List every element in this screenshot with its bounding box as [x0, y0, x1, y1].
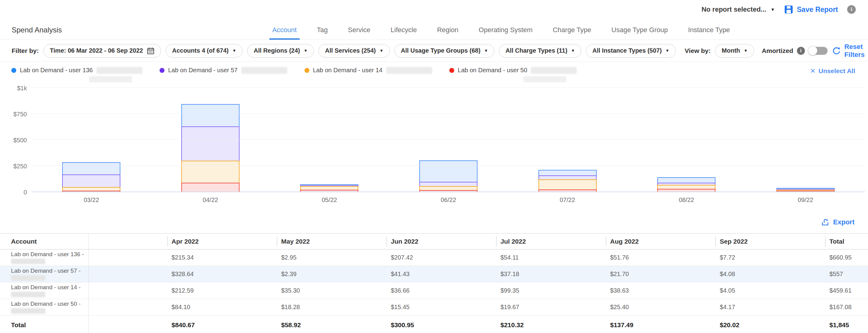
chart-segment-lab-on-demand-user-57[interactable]: [181, 126, 240, 161]
account-cell: Lab on Demand - user 14 -: [0, 282, 89, 299]
legend-dot: [305, 68, 309, 73]
unselect-all-button[interactable]: ✕ Unselect All: [810, 67, 855, 75]
gridline: [32, 165, 865, 166]
top-bar: No report selected... ▼ Save Report i: [0, 0, 868, 19]
caret-down-icon: ▼: [304, 49, 308, 53]
redacted-text: [531, 67, 577, 74]
table-row-lab-on-demand-user-136: Lab on Demand - user 136 -$215.34$2.95$2…: [0, 249, 868, 266]
value-cell: $660.95: [825, 249, 868, 266]
tab-operating-system[interactable]: Operating System: [479, 26, 533, 39]
total-value-cell: $1,845: [825, 315, 868, 333]
filter-pill-all-regions-24[interactable]: All Regions (24)▼: [247, 44, 314, 58]
chart-segment-lab-on-demand-user-50[interactable]: [181, 183, 240, 192]
tab-tag[interactable]: Tag: [317, 26, 328, 39]
legend-item-lab-on-demand-user-57[interactable]: Lab on Demand - user 57: [160, 67, 287, 74]
chart-segment-lab-on-demand-user-50[interactable]: [300, 190, 358, 192]
save-report-button[interactable]: Save Report: [784, 5, 838, 14]
chart-segment-lab-on-demand-user-14[interactable]: [419, 186, 477, 190]
chart-segment-lab-on-demand-user-136[interactable]: [657, 177, 715, 183]
reset-filters-label: Reset Filters: [844, 43, 865, 59]
title-tabs-row: Spend Analysis AccountTagServiceLifecycl…: [0, 19, 868, 40]
account-name: Lab on Demand - user 14 -: [11, 284, 86, 291]
chart-segment-lab-on-demand-user-14[interactable]: [538, 179, 597, 190]
value-cell: $215.34: [167, 249, 277, 266]
chart-bar-04-22[interactable]: [151, 88, 270, 192]
chart-segment-lab-on-demand-user-50[interactable]: [657, 189, 715, 192]
filter-pill-label: All Regions (24): [254, 47, 300, 54]
caret-down-icon: ▼: [571, 49, 575, 53]
filter-pill-all-instance-types-507[interactable]: All Instance Types (507)▼: [586, 44, 676, 58]
tab-usage-type-group[interactable]: Usage Type Group: [611, 26, 668, 39]
table-row-lab-on-demand-user-57: Lab on Demand - user 57 -$328.64$2.39$41…: [0, 266, 868, 282]
time-filter-pill[interactable]: Time: 06 Mar 2022 - 06 Sep 2022: [43, 44, 161, 58]
legend-item-lab-on-demand-user-136[interactable]: Lab on Demand - user 136: [11, 67, 143, 74]
chart-bar-stack: [300, 184, 358, 192]
filter-pill-all-usage-type-groups-68[interactable]: All Usage Type Groups (68)▼: [395, 44, 495, 58]
chart-bar-08-22[interactable]: [627, 88, 746, 192]
view-by-value: Month: [722, 47, 740, 54]
value-cell: $15.45: [386, 299, 496, 315]
chart-bar-06-22[interactable]: [389, 88, 508, 192]
chart-plot: [32, 88, 865, 192]
view-by-pill[interactable]: Month ▼: [715, 44, 754, 58]
chart-segment-lab-on-demand-user-14[interactable]: [300, 186, 358, 190]
caret-down-icon: ▼: [379, 49, 383, 53]
unselect-all-label: Unselect All: [819, 67, 855, 75]
filter-pill-all-services-254[interactable]: All Services (254)▼: [318, 44, 390, 58]
info-icon[interactable]: i: [797, 47, 805, 55]
chart-segment-lab-on-demand-user-57[interactable]: [62, 174, 120, 187]
tab-service[interactable]: Service: [348, 26, 370, 39]
table-row-lab-on-demand-user-50: Lab on Demand - user 50 -$84.10$18.28$15…: [0, 299, 868, 315]
tab-lifecycle[interactable]: Lifecycle: [391, 26, 417, 39]
chart-bar-09-22[interactable]: [746, 88, 865, 192]
x-axis-label: 09/22: [746, 197, 865, 203]
close-icon: ✕: [810, 67, 816, 75]
value-cell: $37.18: [496, 266, 606, 282]
chart-bar-07-22[interactable]: [508, 88, 627, 192]
chart-segment-lab-on-demand-user-50[interactable]: [538, 190, 597, 192]
chart-bar-03-22[interactable]: [32, 88, 151, 192]
tab-charge-type[interactable]: Charge Type: [553, 26, 591, 39]
chart-segment-lab-on-demand-user-57[interactable]: [419, 182, 477, 186]
value-cell: $328.64: [167, 266, 277, 282]
tab-instance-type[interactable]: Instance Type: [688, 26, 730, 39]
value-cell: $207.42: [386, 249, 496, 266]
legend-label: Lab on Demand - user 57: [168, 67, 238, 74]
chart-segment-lab-on-demand-user-57[interactable]: [538, 175, 597, 179]
chart-segment-lab-on-demand-user-14[interactable]: [62, 187, 120, 191]
legend-item-lab-on-demand-user-50[interactable]: Lab on Demand - user 50: [449, 67, 577, 74]
toggle-knob: [808, 46, 817, 56]
chart-segment-lab-on-demand-user-57[interactable]: [657, 183, 715, 185]
info-icon[interactable]: i: [847, 5, 856, 14]
filter-pill-accounts-4-of-674[interactable]: Accounts 4 (of 674)▼: [166, 44, 243, 58]
value-cell: $7.72: [715, 249, 825, 266]
chart-segment-lab-on-demand-user-50[interactable]: [419, 190, 477, 192]
export-icon: [821, 218, 829, 227]
chart-bar-05-22[interactable]: [270, 88, 389, 192]
legend-item-lab-on-demand-user-14[interactable]: Lab on Demand - user 14: [305, 67, 432, 74]
column-header-total: Total: [825, 234, 868, 249]
reset-filters-button[interactable]: Reset Filters: [832, 43, 865, 59]
tab-account[interactable]: Account: [272, 26, 297, 39]
chart-segment-lab-on-demand-user-14[interactable]: [181, 161, 240, 183]
export-row: Export: [0, 211, 868, 233]
chart-segment-lab-on-demand-user-14[interactable]: [657, 185, 715, 189]
chart-segment-lab-on-demand-user-50[interactable]: [776, 191, 835, 192]
value-cell: $36.66: [386, 282, 496, 299]
report-selector-dropdown[interactable]: No report selected... ▼: [702, 5, 775, 13]
value-cell: $2.39: [277, 266, 386, 282]
chart-segment-lab-on-demand-user-50[interactable]: [62, 191, 120, 192]
chart-segment-lab-on-demand-user-136[interactable]: [419, 160, 477, 182]
value-cell: $18.28: [277, 299, 386, 315]
tab-region[interactable]: Region: [437, 26, 459, 39]
export-button[interactable]: Export: [821, 218, 855, 227]
value-cell: $4.08: [715, 266, 825, 282]
chart-segment-lab-on-demand-user-136[interactable]: [181, 104, 240, 126]
chart-segment-lab-on-demand-user-136[interactable]: [62, 162, 120, 175]
view-by-label: View by:: [685, 47, 711, 55]
amortized-toggle[interactable]: [809, 47, 828, 55]
legend-label: Lab on Demand - user 50: [458, 67, 527, 74]
filter-pill-all-charge-types-11[interactable]: All Charge Types (11)▼: [499, 44, 581, 58]
chart-segment-lab-on-demand-user-136[interactable]: [538, 170, 597, 175]
chart-bars: [32, 88, 865, 192]
